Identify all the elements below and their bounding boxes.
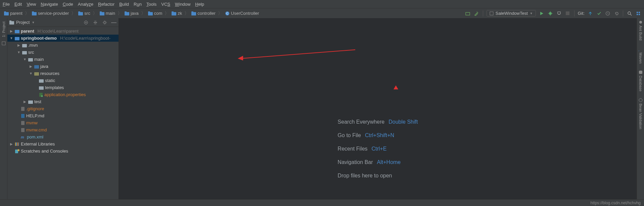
svg-point-20	[549, 12, 552, 15]
hint-shortcut: Double Shift	[388, 119, 418, 125]
watermark-text: https://blog.csdn.net/hchvhg	[591, 201, 641, 205]
svg-line-65	[241, 50, 355, 58]
tool-label: Maven	[639, 52, 643, 64]
menu-run[interactable]: Run	[134, 2, 142, 7]
menu-navigate[interactable]: Navigate	[41, 2, 58, 7]
maven-tool-button[interactable]: mMaven	[639, 47, 643, 64]
collapse-arrow-icon[interactable]: ▼	[23, 57, 27, 61]
node-path: H:\code\Learn\parent	[38, 29, 79, 34]
vcs-history-button[interactable]	[605, 10, 611, 16]
stop-button[interactable]	[565, 10, 571, 16]
svg-rect-43	[15, 37, 19, 40]
database-icon	[639, 70, 643, 74]
crumb-zk[interactable]: zk	[170, 11, 183, 16]
menu-refactor[interactable]: Refactor	[98, 2, 114, 7]
tree-node-parent[interactable]: ▶ parent H:\code\Learn\parent	[7, 28, 119, 35]
ide-settings-button[interactable]	[635, 10, 641, 16]
svg-rect-35	[9, 20, 11, 22]
tree-node-pom[interactable]: mpom.xml	[7, 133, 119, 140]
collapse-arrow-icon[interactable]: ▼	[9, 36, 13, 40]
expand-arrow-icon[interactable]: ▶	[9, 142, 13, 146]
crumb-controller[interactable]: controller	[190, 11, 217, 16]
hint-shortcut: Ctrl+E	[372, 146, 387, 152]
chevron-right-icon: 〉	[165, 10, 169, 16]
hide-button[interactable]: —	[111, 21, 117, 24]
tree-node-application-properties[interactable]: application.properties	[7, 91, 119, 98]
locate-button[interactable]	[83, 19, 89, 26]
debug-button[interactable]	[547, 10, 553, 16]
crumb-src[interactable]: src	[77, 11, 91, 16]
crumb-usercontroller[interactable]: C UserController	[224, 11, 261, 16]
tree-node-mvnwcmd[interactable]: mvnw.cmd	[7, 126, 119, 133]
expand-arrow-icon[interactable]: ▶	[17, 43, 21, 47]
svg-rect-25	[566, 11, 569, 15]
tree-node-mvnw[interactable]: mvnw	[7, 119, 119, 126]
collapse-arrow-icon[interactable]: ▼	[17, 50, 21, 54]
run-button[interactable]	[539, 10, 545, 16]
menu-view[interactable]: View	[27, 2, 36, 7]
build-icon[interactable]	[465, 10, 471, 16]
tree-node-gitignore[interactable]: .gitignore	[7, 105, 119, 112]
menu-code[interactable]: Code	[63, 2, 73, 7]
chevron-down-icon: ▼	[32, 21, 35, 24]
settings-button[interactable]	[102, 19, 108, 26]
expand-arrow-icon[interactable]: ▶	[29, 65, 33, 68]
tree-node-templates[interactable]: templates	[7, 84, 119, 91]
svg-rect-46	[28, 58, 33, 61]
vcs-commit-button[interactable]	[596, 10, 602, 16]
tree-node-helpmd[interactable]: HELP.md	[7, 112, 119, 119]
menu-tools[interactable]: Tools	[146, 2, 156, 7]
menu-help[interactable]: Help	[195, 2, 204, 7]
menu-window[interactable]: Window	[175, 2, 190, 7]
tree-node-mvn[interactable]: ▶.mvn	[7, 42, 119, 49]
menu-vcs[interactable]: VCS	[161, 2, 170, 7]
crumb-java[interactable]: java	[123, 11, 140, 16]
ant-build-tool-button[interactable]: Ant Build	[639, 20, 643, 40]
collapse-arrow-icon[interactable]: ▼	[29, 72, 33, 75]
tree-node-resources[interactable]: ▼resources	[7, 70, 119, 77]
svg-point-74	[639, 98, 642, 102]
tree-node-java[interactable]: ▶java	[7, 63, 119, 70]
tree-node-external-libraries[interactable]: ▶External Libraries	[7, 140, 119, 148]
hint-search-everywhere: Search EverywhereDouble Shift	[338, 119, 418, 125]
crumb-label: src	[84, 11, 90, 16]
menu-file[interactable]: File	[3, 2, 10, 7]
project-tree[interactable]: ▶ parent H:\code\Learn\parent ▼ springbo…	[7, 27, 119, 199]
expand-all-button[interactable]	[92, 19, 98, 26]
crumb-parent[interactable]: parent	[3, 11, 24, 16]
svg-rect-31	[637, 14, 638, 15]
menu-analyze[interactable]: Analyze	[78, 2, 93, 7]
crumb-service-provider[interactable]: service-provider	[31, 11, 70, 16]
bean-validation-tool-button[interactable]: Bean Validation	[639, 98, 643, 129]
tree-node-static[interactable]: static	[7, 77, 119, 84]
hammer-icon[interactable]	[473, 10, 479, 16]
crumb-main[interactable]: main	[98, 11, 117, 16]
tree-node-springboot-demo[interactable]: ▼ springboot-demo H:\code\Learn\springbo…	[7, 35, 119, 42]
project-tool-button[interactable]: 1: Project	[2, 22, 6, 37]
expand-arrow-icon[interactable]: ▶	[9, 29, 13, 33]
crumb-com[interactable]: com	[147, 11, 164, 16]
database-tool-button[interactable]: Database	[639, 70, 643, 91]
vcs-update-button[interactable]	[587, 10, 593, 16]
run-coverage-button[interactable]	[556, 10, 562, 16]
svg-rect-49	[39, 79, 44, 83]
tree-node-scratches[interactable]: Scratches and Consoles	[7, 148, 119, 155]
expand-arrow-icon[interactable]: ▶	[23, 100, 27, 104]
search-button[interactable]	[627, 10, 633, 16]
hint-shortcut: Alt+Home	[377, 159, 401, 165]
tree-node-main[interactable]: ▼main	[7, 56, 119, 63]
menu-build[interactable]: Build	[119, 2, 129, 7]
hint-label: Search Everywhere	[338, 119, 385, 125]
svg-rect-9	[125, 11, 127, 13]
tree-node-src[interactable]: ▼src	[7, 49, 119, 56]
menu-edit[interactable]: Edit	[14, 2, 22, 7]
chevron-down-icon: ▼	[530, 12, 533, 15]
vcs-revert-button[interactable]	[613, 10, 619, 16]
structure-tool-icon[interactable]	[1, 41, 6, 46]
node-label: pom.xml	[27, 134, 43, 139]
project-panel-title[interactable]: Project ▼	[9, 20, 35, 25]
tree-node-test[interactable]: ▶test	[7, 98, 119, 105]
properties-file-icon	[39, 92, 43, 97]
git-label: Git:	[578, 11, 585, 16]
run-config-dropdown[interactable]: SaleWindowTest ▼	[487, 10, 536, 16]
